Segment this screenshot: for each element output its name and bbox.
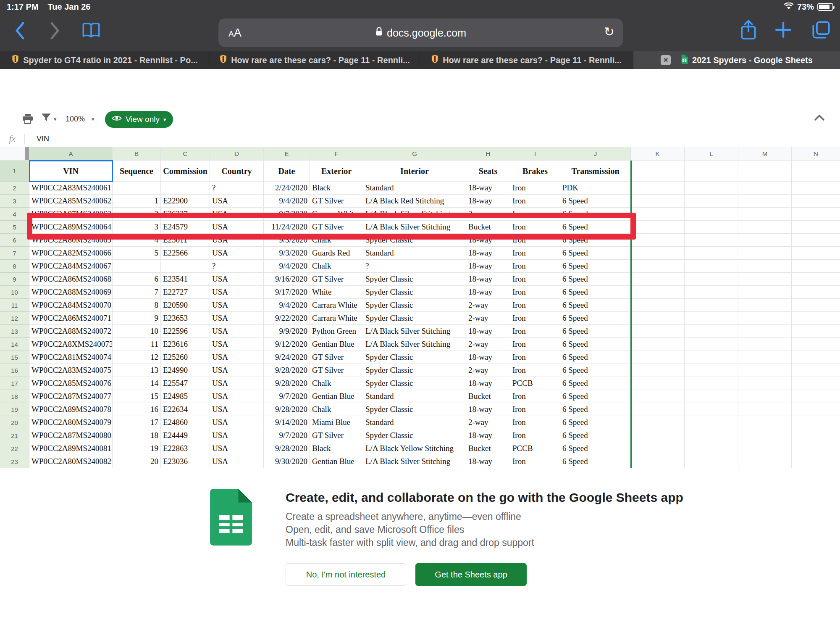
cell-K14[interactable] (631, 338, 685, 351)
cell-E13[interactable]: 9/9/2020 (264, 325, 310, 338)
cell-K2[interactable] (631, 182, 685, 195)
cell-B12[interactable]: 9 (113, 312, 161, 325)
cell-G7[interactable]: Standard (363, 247, 466, 260)
cell-B21[interactable]: 18 (113, 429, 161, 442)
cell-L21[interactable] (685, 429, 738, 442)
cell-H23[interactable]: 18-way (466, 455, 510, 468)
cell-H22[interactable]: Bucket (466, 442, 510, 455)
cell-M13[interactable] (738, 325, 792, 338)
cell-C23[interactable]: E23036 (161, 455, 210, 468)
url-bar[interactable]: AAAA docs.google.com ↻ (218, 18, 623, 47)
col-header-I[interactable]: I (510, 147, 560, 161)
cell-G21[interactable]: Spyder Classic (363, 429, 466, 442)
cell-E11[interactable]: 9/4/2020 (264, 299, 310, 312)
cell-I9[interactable]: Iron (510, 273, 560, 286)
tab-rennlist-2[interactable]: How rare are these cars? - Page 11 - Ren… (210, 51, 420, 69)
cell-N12[interactable] (792, 312, 840, 325)
row-header-11[interactable]: 11 (0, 299, 29, 312)
cell-J14[interactable]: 6 Speed (560, 338, 631, 351)
cell-E17[interactable]: 9/28/2020 (264, 377, 310, 390)
cell-C8[interactable] (161, 260, 210, 273)
cell-A23[interactable]: WP0CC2A80MS240082 (29, 455, 113, 468)
cell-H14[interactable]: 2-way (466, 338, 510, 351)
cell-N16[interactable] (792, 364, 840, 377)
cell-J10[interactable]: 6 Speed (560, 286, 631, 299)
cell-G10[interactable]: Spyder Classic (363, 286, 466, 299)
cell-M6[interactable] (738, 234, 792, 247)
row-header-1[interactable]: 1 (0, 161, 29, 182)
cell-B9[interactable]: 6 (113, 273, 161, 286)
col-header-B[interactable]: B (113, 147, 161, 161)
cell-N8[interactable] (792, 260, 840, 273)
cell-F16[interactable]: GT Silver (310, 364, 363, 377)
cell-H12[interactable]: 2-way (466, 312, 510, 325)
zoom-caret-icon[interactable]: ▾ (92, 116, 94, 122)
cell-J22[interactable]: 6 Speed (560, 442, 631, 455)
cell-J3[interactable]: 6 Speed (560, 195, 631, 208)
cell-C10[interactable]: E22727 (161, 286, 210, 299)
cell-C21[interactable]: E24449 (161, 429, 210, 442)
get-sheets-app-button[interactable]: Get the Sheets app (415, 563, 527, 586)
close-tab-icon[interactable]: ✕ (661, 55, 671, 65)
col-header-G[interactable]: G (363, 147, 466, 161)
row-header-10[interactable]: 10 (0, 286, 29, 299)
cell-D20[interactable]: USA (210, 416, 264, 429)
cell-H20[interactable]: 2-way (466, 416, 510, 429)
cell-F7[interactable]: Guards Red (310, 247, 363, 260)
cell-L5[interactable] (685, 221, 738, 234)
row-header-19[interactable]: 19 (0, 403, 29, 416)
cell-M8[interactable] (738, 260, 792, 273)
cell-A18[interactable]: WP0CC2A87MS240077 (29, 390, 113, 403)
cell-K22[interactable] (631, 442, 685, 455)
tab-rennlist-1[interactable]: Spyder to GT4 ratio in 2021 - Rennlist -… (0, 51, 210, 69)
col-header-K[interactable]: K (631, 147, 685, 161)
cell-F13[interactable]: Python Green (310, 325, 363, 338)
col-header-D[interactable]: D (210, 147, 264, 161)
zoom-level[interactable]: 100% (66, 115, 85, 124)
cell-C20[interactable]: E24860 (161, 416, 210, 429)
cell-B2[interactable] (113, 182, 161, 195)
cell-A13[interactable]: WP0CC2A88MS240072 (29, 325, 113, 338)
cell-I14[interactable]: Iron (510, 338, 560, 351)
cell-K19[interactable] (631, 403, 685, 416)
row-header-18[interactable]: 18 (0, 390, 29, 403)
cell-L15[interactable] (685, 351, 738, 364)
cell-L3[interactable] (685, 195, 738, 208)
cell-M5[interactable] (738, 221, 792, 234)
cell-N9[interactable] (792, 273, 840, 286)
cell-N10[interactable] (792, 286, 840, 299)
row-header-3[interactable]: 3 (0, 195, 29, 208)
cell-L4[interactable] (685, 208, 738, 221)
row-header-23[interactable]: 23 (0, 455, 29, 468)
cell-K8[interactable] (631, 260, 685, 273)
row-header-6[interactable]: 6 (0, 234, 29, 247)
cell-L18[interactable] (685, 390, 738, 403)
cell-H15[interactable]: 18-way (466, 351, 510, 364)
cell-J21[interactable]: 6 Speed (560, 429, 631, 442)
cell-G19[interactable]: Spyder Classic (363, 403, 466, 416)
cell-D8[interactable]: ? (210, 260, 264, 273)
col-header-F[interactable]: F (310, 147, 363, 161)
cell-L6[interactable] (685, 234, 738, 247)
cell-J16[interactable]: 6 Speed (560, 364, 631, 377)
cell-C19[interactable]: E22634 (161, 403, 210, 416)
cell-A3[interactable]: WP0CC2A85MS240062 (29, 195, 113, 208)
cell-E15[interactable]: 9/24/2020 (264, 351, 310, 364)
cell-K3[interactable] (631, 195, 685, 208)
cell-I11[interactable]: Iron (510, 299, 560, 312)
cell-L8[interactable] (685, 260, 738, 273)
cell-N14[interactable] (792, 338, 840, 351)
cell-N15[interactable] (792, 351, 840, 364)
cell-E10[interactable]: 9/17/2020 (264, 286, 310, 299)
cell-J17[interactable]: 6 Speed (560, 377, 631, 390)
cell-C15[interactable]: E25260 (161, 351, 210, 364)
cell-G17[interactable]: Spyder Classic (363, 377, 466, 390)
cell-F20[interactable]: Miami Blue (310, 416, 363, 429)
cell-N19[interactable] (792, 403, 840, 416)
cell-F22[interactable]: Black (310, 442, 363, 455)
cell-C14[interactable]: E23616 (161, 338, 210, 351)
cell-H16[interactable]: 2-way (466, 364, 510, 377)
col-header-M[interactable]: M (738, 147, 792, 161)
row-header-22[interactable]: 22 (0, 442, 29, 455)
cell-C17[interactable]: E25547 (161, 377, 210, 390)
